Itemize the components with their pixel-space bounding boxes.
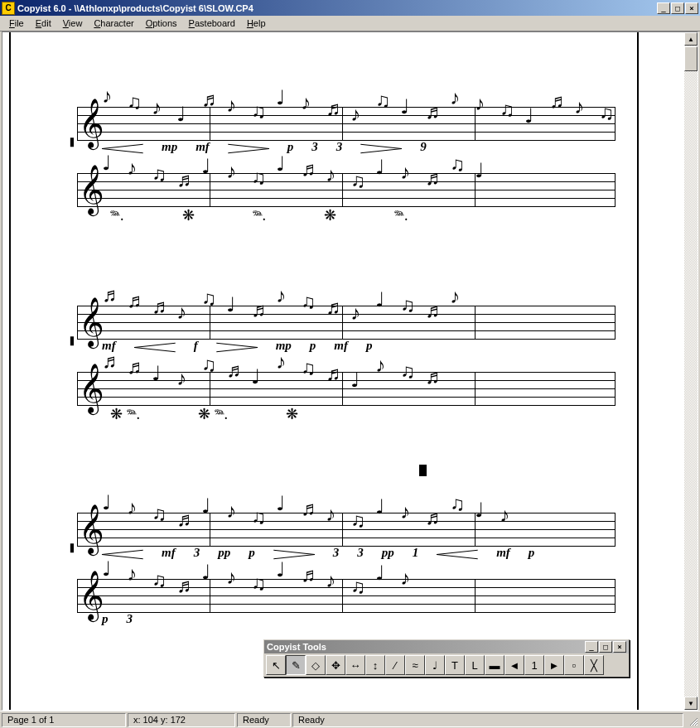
- menu-view[interactable]: View: [57, 17, 89, 30]
- pedal-mark-icon: ❋: [324, 207, 336, 224]
- title-bar: C Copyist 6.0 - \\Athlonxp\products\Copy…: [0, 0, 700, 16]
- tool-palette-titlebar[interactable]: Copyist Tools _ □ ×: [264, 640, 629, 653]
- staff: 𝄞♪♫♪♩♬♪♫♩♪♬♪♫♩♬♪♪♫♩♬♪♫: [77, 107, 616, 140]
- status-ready1: Ready: [237, 713, 291, 727]
- beam-tool[interactable]: ▬: [485, 655, 504, 675]
- status-coords: x: 104 y: 172: [128, 713, 235, 727]
- page-number-tool[interactable]: 1: [524, 655, 544, 675]
- maximize-button[interactable]: □: [671, 2, 684, 14]
- pedal-mark-icon: 𝆮.: [253, 207, 267, 224]
- music-system: ⎨𝄞♩♪♫♬♩♪♫♩♬♪♫♩♪♬♫♩♪mf3ppp33pp1mfp𝄞♩♪♫♬♩♪…: [77, 513, 616, 632]
- tool-palette-body: ↖✎◇✥↔↕⁄≈♩TL▬◄1►▫╳: [264, 653, 629, 677]
- staff: 𝄞♩♪♫♬♩♪♫♩♬♪♫♩♪: [77, 579, 616, 612]
- scroll-track[interactable]: [684, 46, 698, 697]
- prev-page-tool[interactable]: ◄: [504, 655, 524, 675]
- staff: 𝄞♩♪♫♬♩♪♫♩♬♪♫♩♪♬♫♩: [77, 173, 616, 206]
- menu-options[interactable]: Options: [140, 17, 183, 30]
- staff: 𝄞♬♬♬♪♫♩♬♪♫♬♪♩♫♬♪: [77, 306, 616, 339]
- pedal-mark-icon: 𝆮.: [110, 207, 124, 224]
- resize-grip[interactable]: [685, 713, 698, 726]
- status-ready2: Ready: [292, 713, 683, 727]
- new-page-tool[interactable]: ▫: [564, 655, 584, 675]
- pedal-row: ❋ 𝆮.❋ 𝆮.❋: [77, 405, 616, 423]
- vertical-scrollbar[interactable]: ▲ ▼: [684, 32, 698, 710]
- staff: 𝄞♬♬♩♪♫♬♩♪♫♬♩♪♫♬: [77, 372, 616, 405]
- pedal-mark-icon: 𝆮.: [394, 207, 408, 224]
- tool-palette-title: Copyist Tools: [267, 642, 326, 652]
- dynamic-mark: p: [102, 612, 109, 626]
- system-brace-icon: ⎨: [62, 306, 74, 423]
- tool-palette[interactable]: Copyist Tools _ □ × ↖✎◇✥↔↕⁄≈♩TL▬◄1►▫╳: [263, 639, 630, 677]
- palette-minimize-button[interactable]: _: [585, 641, 598, 653]
- pointer-tool[interactable]: ↖: [266, 655, 286, 675]
- text-cursor: [419, 465, 427, 476]
- status-bar: Page 1 of 1 x: 104 y: 172 Ready Ready: [0, 711, 700, 728]
- status-page: Page 1 of 1: [2, 713, 126, 727]
- system-brace-icon: ⎨: [62, 107, 74, 224]
- menu-character[interactable]: Character: [88, 17, 139, 30]
- system-brace-icon: ⎨: [62, 513, 74, 632]
- next-page-tool[interactable]: ►: [544, 655, 564, 675]
- close-button[interactable]: ×: [685, 2, 698, 14]
- music-page: ⎨𝄞♪♫♪♩♬♪♫♩♪♬♪♫♩♬♪♪♫♩♬♪♫mpmfp339𝄞♩♪♫♬♩♪♫♩…: [9, 32, 639, 710]
- staff: 𝄞♩♪♫♬♩♪♫♩♬♪♫♩♪♬♫♩♪: [77, 513, 616, 546]
- menu-bar: FileEditViewCharacterOptionsPasteboardHe…: [0, 16, 700, 31]
- menu-help[interactable]: Help: [241, 17, 272, 30]
- menu-edit[interactable]: Edit: [30, 17, 57, 30]
- note-tool[interactable]: ♩: [425, 655, 445, 675]
- accent-tool[interactable]: ≈: [405, 655, 425, 675]
- text-T-tool[interactable]: T: [445, 655, 465, 675]
- palette-close-button[interactable]: ×: [613, 641, 626, 653]
- menu-file[interactable]: File: [3, 17, 30, 30]
- slash-tool[interactable]: ⁄: [385, 655, 405, 675]
- delete-page-tool[interactable]: ╳: [584, 655, 604, 675]
- minimize-button[interactable]: _: [657, 2, 670, 14]
- pedal-mark-icon: ❋: [182, 207, 195, 224]
- scroll-down-button[interactable]: ▼: [684, 697, 698, 710]
- dynamics-row: p3: [77, 612, 616, 632]
- eraser-tool[interactable]: ◇: [306, 655, 326, 675]
- text-L-tool[interactable]: L: [465, 655, 485, 675]
- scroll-up-button[interactable]: ▲: [684, 32, 698, 46]
- music-system: ⎨𝄞♪♫♪♩♬♪♫♩♪♬♪♫♩♬♪♪♫♩♬♪♫mpmfp339𝄞♩♪♫♬♩♪♫♩…: [77, 107, 616, 224]
- move-horiz-tool[interactable]: ↔: [345, 655, 365, 675]
- client-area: ⎨𝄞♪♫♪♩♬♪♫♩♪♬♪♫♩♬♪♪♫♩♬♪♫mpmfp339𝄞♩♪♫♬♩♪♫♩…: [2, 31, 698, 711]
- pencil-tool[interactable]: ✎: [286, 655, 306, 675]
- move-vert-tool[interactable]: ↕: [365, 655, 385, 675]
- music-system: ⎨𝄞♬♬♬♪♫♩♬♪♫♬♪♩♫♬♪mffmppmfp𝄞♬♬♩♪♫♬♩♪♫♬♩♪♫…: [77, 306, 616, 423]
- palette-maximize-button[interactable]: □: [599, 641, 612, 653]
- move-all-tool[interactable]: ✥: [326, 655, 345, 675]
- menu-pasteboard[interactable]: Pasteboard: [183, 17, 241, 30]
- pedal-mark-icon: ❋: [286, 406, 298, 422]
- pedal-row: 𝆮.❋𝆮.❋𝆮.: [77, 206, 616, 224]
- document-viewport[interactable]: ⎨𝄞♪♫♪♩♬♪♫♩♪♬♪♫♩♬♪♪♫♩♬♪♫mpmfp339𝄞♩♪♫♬♩♪♫♩…: [2, 32, 684, 710]
- app-icon: C: [2, 2, 15, 15]
- pedal-mark-icon: ❋ 𝆮.: [110, 406, 140, 422]
- scroll-thumb[interactable]: [684, 46, 698, 71]
- window-title: Copyist 6.0 - \\Athlonxp\products\Copyis…: [17, 3, 656, 13]
- dynamic-mark: 3: [127, 612, 133, 626]
- pedal-mark-icon: ❋ 𝆮.: [198, 406, 228, 422]
